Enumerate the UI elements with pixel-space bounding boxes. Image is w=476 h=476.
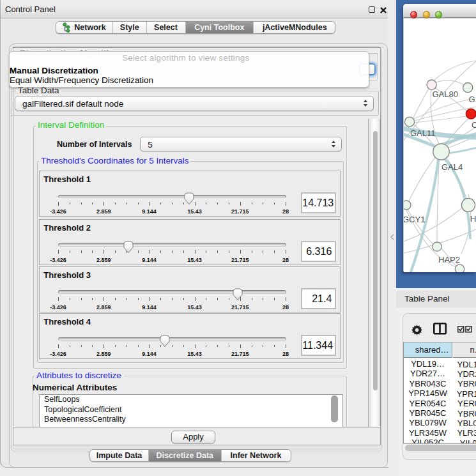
- svg-text:H: H: [470, 213, 476, 223]
- svg-text:C: C: [472, 120, 476, 130]
- svg-text:GAL11: GAL11: [410, 128, 436, 137]
- svg-text:HAP2: HAP2: [438, 254, 460, 264]
- svg-text:GCY1: GCY1: [404, 214, 425, 224]
- svg-text:GAL80: GAL80: [433, 89, 458, 99]
- svg-text:GAL4: GAL4: [441, 162, 463, 171]
- svg-text:G.: G.: [469, 94, 476, 104]
